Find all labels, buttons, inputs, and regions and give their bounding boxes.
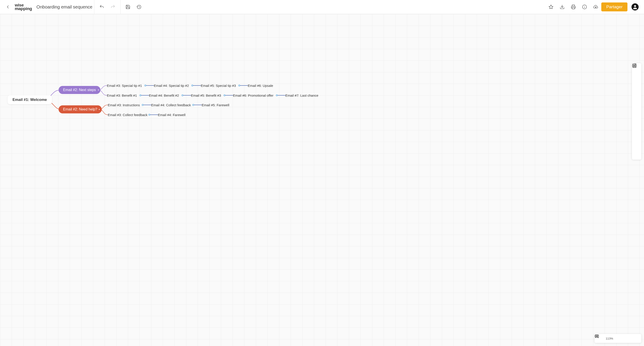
- zoom-in-bottom[interactable]: [616, 335, 622, 342]
- plus-circle-icon: [632, 63, 637, 68]
- node-root[interactable]: Email #1: Welcome: [8, 95, 52, 104]
- history-icon: [137, 4, 142, 9]
- zoom-level: 113%: [605, 337, 614, 340]
- svg-rect-2: [572, 7, 575, 9]
- node-a2-1[interactable]: Email #4: Benefit #2: [149, 93, 179, 98]
- zoom-bar: 113%: [594, 334, 641, 343]
- code-button[interactable]: [632, 140, 641, 149]
- font-button[interactable]: [632, 93, 641, 102]
- node-a1-2[interactable]: Email #5: Special tip #3: [201, 83, 236, 88]
- zoom-fit-button[interactable]: [597, 335, 603, 342]
- node-handle[interactable]: [148, 114, 150, 116]
- svg-point-18: [632, 64, 636, 68]
- node-a1-3[interactable]: Email #6: Upsale: [248, 83, 273, 88]
- chevron-left-icon: [5, 4, 10, 9]
- node-b1-0[interactable]: Email #3: Instructions: [108, 102, 140, 107]
- branch-b-handle[interactable]: [98, 109, 100, 110]
- undo-button[interactable]: [96, 1, 107, 12]
- mindmap-canvas[interactable]: Email #1: Welcome Email #2: Next steps E…: [0, 14, 644, 346]
- node-a2-4[interactable]: Email #7: Last chance: [285, 93, 318, 98]
- cloud-upload-icon: [593, 4, 598, 9]
- topic-style-button[interactable]: [632, 83, 641, 93]
- svg-point-7: [634, 5, 636, 7]
- map-title[interactable]: Onboarding email sequence: [36, 4, 92, 9]
- node-b2-1[interactable]: Email #4: Farewell: [158, 112, 185, 117]
- branch-a-handle[interactable]: [98, 89, 99, 91]
- save-button[interactable]: [122, 1, 134, 12]
- node-handle[interactable]: [182, 94, 183, 96]
- print-button[interactable]: [568, 1, 579, 12]
- zoom-out-bottom[interactable]: [624, 335, 630, 342]
- redo-button[interactable]: [107, 1, 118, 12]
- node-handle[interactable]: [224, 94, 226, 96]
- account-avatar[interactable]: [632, 3, 639, 10]
- keyboard-button[interactable]: [633, 335, 639, 342]
- node-handle[interactable]: [142, 104, 144, 106]
- top-toolbar: wisemapping Onboarding email sequence Pa…: [0, 0, 644, 14]
- link-button[interactable]: [632, 130, 641, 140]
- star-icon: [548, 4, 554, 9]
- zoom-out-button[interactable]: [632, 74, 641, 83]
- print-icon: [571, 4, 576, 9]
- node-a2-2[interactable]: Email #5: Benefit #3: [191, 93, 221, 98]
- relationship-button[interactable]: [632, 102, 641, 111]
- svg-marker-0: [549, 5, 553, 9]
- zoom-in-button[interactable]: [632, 64, 641, 74]
- node-handle[interactable]: [192, 104, 194, 106]
- emoji-button[interactable]: [632, 111, 641, 121]
- svg-point-38: [596, 336, 597, 337]
- node-branch-b[interactable]: Email #2: Need help?: [58, 105, 102, 113]
- publish-button[interactable]: [590, 1, 601, 12]
- node-b2-0[interactable]: Email #3: Collect feedback: [108, 112, 148, 117]
- note-button[interactable]: [632, 121, 641, 130]
- undo-icon: [99, 4, 104, 9]
- node-a2-0[interactable]: Email #3: Benefit #1: [107, 93, 137, 98]
- node-a1-1[interactable]: Email #4: Special tip #2: [154, 83, 189, 88]
- save-icon: [126, 4, 130, 9]
- info-button[interactable]: [579, 1, 590, 12]
- node-b1-2[interactable]: Email #5: Farewell: [202, 102, 229, 107]
- center-focus-icon: [594, 334, 599, 339]
- node-b1-1[interactable]: Email #4: Collect feedback: [151, 102, 191, 107]
- node-a2-3[interactable]: Email #6: Promotional offer: [233, 93, 274, 98]
- node-branch-a[interactable]: Email #2: Next steps: [58, 86, 100, 94]
- node-a1-0[interactable]: Email #3: Special tip #1: [107, 83, 142, 88]
- node-handle[interactable]: [276, 94, 278, 96]
- info-icon: [582, 4, 587, 9]
- share-button[interactable]: Partager: [601, 2, 628, 11]
- node-handle[interactable]: [238, 85, 240, 86]
- person-icon: [632, 4, 638, 9]
- star-button[interactable]: [546, 1, 556, 12]
- history-button[interactable]: [134, 1, 145, 12]
- separator: [120, 0, 120, 14]
- download-icon: [560, 4, 564, 9]
- node-handle[interactable]: [144, 85, 146, 86]
- redo-icon: [110, 4, 116, 9]
- back-button[interactable]: [2, 1, 14, 12]
- node-handle[interactable]: [140, 94, 141, 96]
- download-button[interactable]: [556, 1, 568, 12]
- theme-button[interactable]: [632, 149, 641, 158]
- brand-logo[interactable]: wisemapping: [14, 3, 36, 10]
- node-handle[interactable]: [192, 85, 193, 86]
- side-panel: [632, 63, 641, 160]
